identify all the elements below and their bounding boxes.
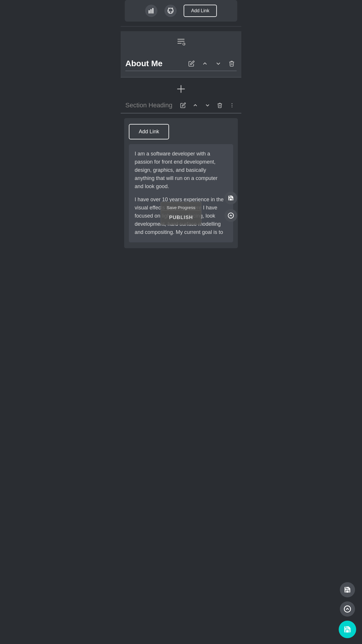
svg-rect-5 [178,41,184,42]
svg-rect-4 [178,39,184,40]
inline-save-button[interactable] [224,192,237,204]
bio-text-box: I am a software developer with a passion… [129,144,233,242]
add-link-button[interactable]: Add Link [129,124,169,139]
svg-point-13 [232,105,233,106]
about-me-edit-button[interactable] [187,59,196,68]
section-heading-up-button[interactable] [191,101,200,109]
top-divider [121,26,241,27]
content-card: Add Link I am a software developer with … [124,118,238,248]
about-me-up-button[interactable] [200,59,210,68]
plus-area [121,78,241,101]
svg-rect-2 [152,8,154,13]
svg-point-12 [232,103,233,104]
about-me-delete-button[interactable] [227,59,237,68]
about-me-section: About Me [121,54,241,77]
about-me-title: About Me [125,59,183,68]
about-me-down-button[interactable] [213,59,223,68]
github-icon [164,5,177,17]
svg-rect-1 [150,9,152,14]
svg-rect-9 [183,44,185,44]
add-section-icon[interactable] [176,37,186,48]
section-heading-edit-button[interactable] [178,101,188,109]
svg-point-14 [232,107,233,108]
svg-rect-6 [178,43,182,44]
section-heading-down-button[interactable] [203,101,212,109]
inline-up-button[interactable] [224,209,237,222]
svg-point-15 [228,213,233,218]
add-section-area [121,31,241,54]
add-link-button-top[interactable]: Add Link [184,5,217,17]
bar-chart-icon [145,5,157,17]
publish-overlay[interactable]: PUBLISH [161,210,201,225]
content-area: Add Link I am a software developer with … [121,113,241,253]
plus-add-icon[interactable] [177,85,185,95]
section-heading-title: Section Heading [125,102,175,109]
top-card: Add Link [125,0,237,22]
section-heading-row: Section Heading [121,101,241,113]
section-heading-area: Section Heading [121,78,241,253]
section-heading-delete-button[interactable] [215,101,224,109]
about-me-header: About Me [125,54,237,71]
section-heading-more-button[interactable] [227,101,237,109]
bio-paragraph-1: I am a software developer with a passion… [135,150,227,190]
svg-rect-0 [149,10,150,13]
